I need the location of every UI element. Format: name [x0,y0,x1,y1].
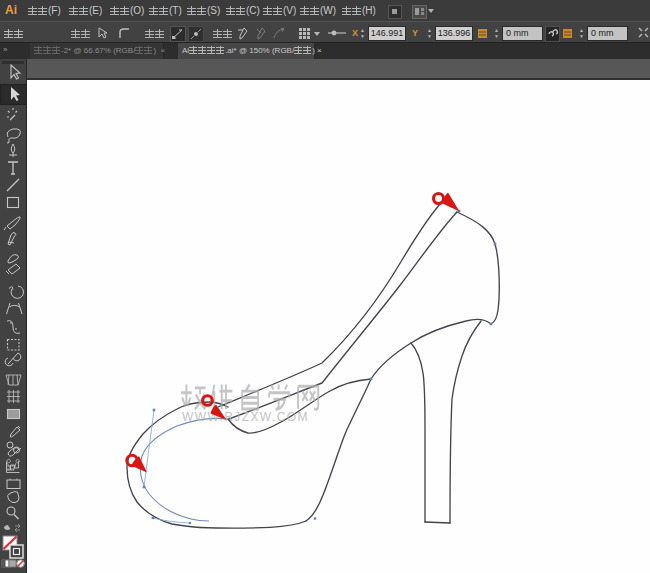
svg-text:WWW.RJZXW.COM: WWW.RJZXW.COM [182,410,309,424]
